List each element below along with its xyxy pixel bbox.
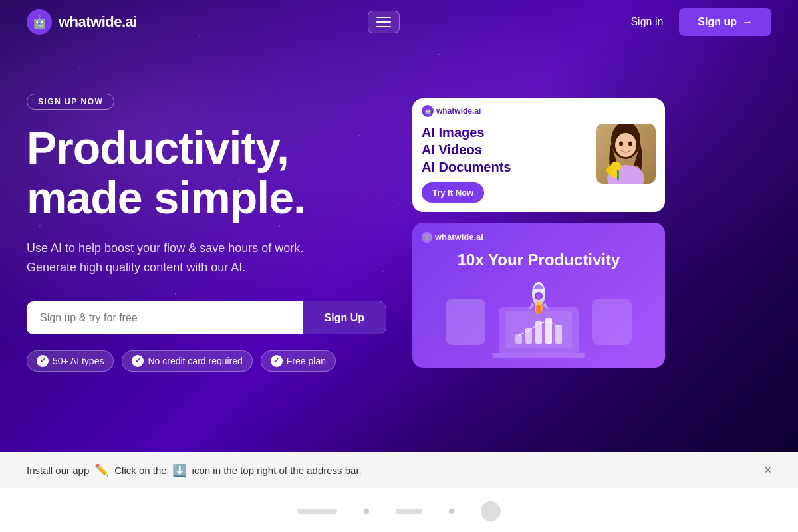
check-icon-2: ✓ bbox=[132, 355, 144, 367]
hero-badge-ai-types: ✓ 50+ AI types bbox=[27, 350, 114, 372]
floating-card-left bbox=[446, 299, 485, 345]
svg-rect-7 bbox=[617, 170, 619, 180]
card1-logo: 🤖 whatwide.ai bbox=[422, 105, 481, 117]
hero-subtitle: Use AI to help boost your flow & save ho… bbox=[27, 239, 386, 277]
install-text-2: Click on the bbox=[114, 465, 166, 476]
bottom-hint-area bbox=[0, 488, 798, 532]
laptop-base-bottom bbox=[492, 353, 585, 358]
card1-try-button[interactable]: Try It Now bbox=[422, 182, 484, 203]
hero-signup-input[interactable] bbox=[27, 301, 303, 334]
logo-icon: 🤖 bbox=[27, 9, 52, 35]
check-icon-3: ✓ bbox=[271, 355, 283, 367]
card1-text: AI Images AI Videos AI Documents Try It … bbox=[422, 124, 587, 203]
hero-section: SIGN UP NOW Productivity, made simple. U… bbox=[0, 0, 798, 452]
check-icon-1: ✓ bbox=[37, 355, 49, 367]
card1-body: AI Images AI Videos AI Documents Try It … bbox=[412, 124, 665, 212]
svg-rect-15 bbox=[515, 334, 522, 344]
card2-header: 🤖 whatwide.ai bbox=[422, 232, 656, 243]
signup-nav-button[interactable]: Sign up → bbox=[679, 8, 771, 36]
bottom-social-icons bbox=[297, 501, 501, 521]
card2-logo: 🤖 whatwide.ai bbox=[422, 232, 483, 243]
social-dot-2 bbox=[449, 509, 454, 514]
install-text-3: icon in the top right of the address bar… bbox=[192, 465, 362, 476]
hero-title: Productivity, made simple. bbox=[27, 123, 386, 223]
bar-chart-icon bbox=[512, 315, 565, 344]
navbar: 🤖 whatwide.ai Sign in Sign up → bbox=[0, 0, 798, 44]
download-icon: ⬇️ bbox=[172, 463, 187, 477]
card2-title: 10x Your Productivity bbox=[422, 251, 656, 269]
hero-content: SIGN UP NOW Productivity, made simple. U… bbox=[27, 94, 386, 371]
social-dot-1 bbox=[364, 509, 369, 514]
hero-feature-badges: ✓ 50+ AI types ✓ No credit card required… bbox=[27, 350, 386, 372]
svg-point-14 bbox=[536, 305, 541, 314]
card1-line1: AI Images AI Videos AI Documents bbox=[422, 124, 587, 176]
card1-logo-icon: 🤖 bbox=[422, 105, 434, 117]
svg-point-9 bbox=[628, 141, 632, 146]
hero-badge-label: SIGN UP NOW bbox=[27, 94, 114, 110]
hero-signup-button[interactable]: Sign Up bbox=[303, 301, 386, 334]
social-bar-3 bbox=[481, 501, 501, 521]
brand-name: whatwide.ai bbox=[59, 13, 137, 31]
install-text-1: Install our app bbox=[27, 465, 89, 476]
hero-cards: 🤖 whatwide.ai AI Images AI Videos AI Doc… bbox=[412, 98, 665, 368]
card2-logo-icon: 🤖 bbox=[422, 232, 432, 243]
navbar-right: Sign in Sign up → bbox=[630, 8, 771, 36]
svg-rect-17 bbox=[535, 321, 542, 344]
card1-image bbox=[596, 124, 656, 184]
hamburger-line-3 bbox=[376, 26, 391, 27]
svg-point-2 bbox=[615, 133, 636, 157]
svg-point-12 bbox=[536, 293, 541, 299]
card1-header: 🤖 whatwide.ai bbox=[412, 98, 665, 124]
hero-badge-free-plan: ✓ Free plan bbox=[261, 350, 336, 372]
floating-card-right bbox=[592, 299, 632, 345]
install-banner: Install our app ✏️ Click on the ⬇️ icon … bbox=[0, 452, 798, 488]
signin-link[interactable]: Sign in bbox=[630, 16, 663, 28]
install-banner-close-button[interactable]: × bbox=[764, 464, 771, 477]
svg-point-8 bbox=[619, 141, 623, 146]
hamburger-menu-button[interactable] bbox=[368, 11, 400, 33]
rocket-icon bbox=[525, 277, 552, 317]
hero-input-row: Sign Up bbox=[27, 301, 386, 334]
social-bar-2 bbox=[396, 509, 422, 514]
hamburger-line-1 bbox=[376, 17, 391, 18]
hero-badge-no-credit-card: ✓ No credit card required bbox=[122, 350, 252, 372]
svg-rect-19 bbox=[555, 325, 562, 344]
ai-products-card: 🤖 whatwide.ai AI Images AI Videos AI Doc… bbox=[412, 98, 665, 212]
laptop-rocket-group bbox=[492, 307, 585, 358]
pencil-icon: ✏️ bbox=[94, 463, 109, 477]
hamburger-line-2 bbox=[376, 21, 391, 23]
productivity-card: 🤖 whatwide.ai 10x Your Productivity bbox=[412, 223, 665, 368]
card2-illustration bbox=[422, 279, 656, 358]
logo-link[interactable]: 🤖 whatwide.ai bbox=[27, 9, 137, 35]
social-bar-1 bbox=[297, 509, 337, 514]
